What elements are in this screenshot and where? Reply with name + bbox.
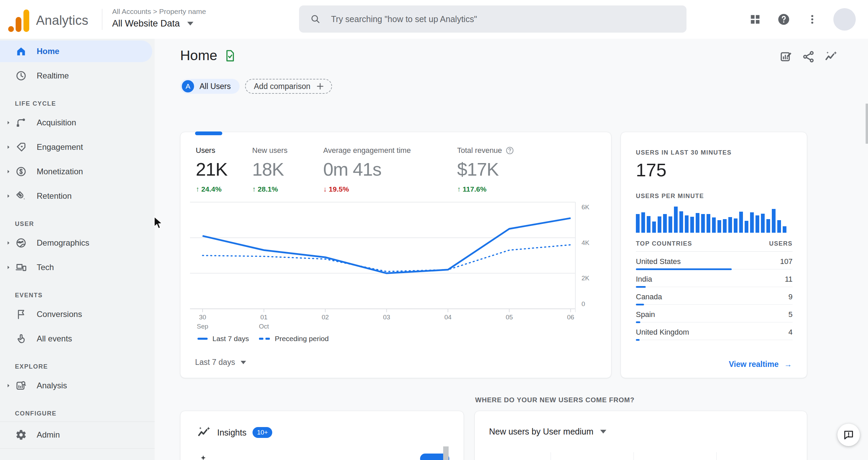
plus-icon <box>315 81 325 91</box>
metric-delta: ↑ 28.1% <box>252 185 323 193</box>
chevron-down-icon <box>187 22 193 25</box>
country-name: United States <box>636 257 681 266</box>
metric-label: New users <box>252 145 288 156</box>
analytics-logo[interactable]: Analytics <box>8 9 88 32</box>
sidebar-item-demographics[interactable]: Demographics <box>0 232 155 254</box>
add-comparison-button[interactable]: Add comparison <box>245 79 332 94</box>
new-users-dimension-selector[interactable]: New users by User medium <box>489 427 606 437</box>
expand-arrow-icon[interactable] <box>5 119 12 126</box>
minute-bar <box>658 216 661 233</box>
sidebar-item-label: Retention <box>37 191 72 201</box>
minute-bar <box>723 219 727 233</box>
sidebar-item-acquisition[interactable]: Acquisition <box>0 112 155 134</box>
chart-legend: Last 7 daysPreceding period <box>197 335 329 343</box>
minute-bar <box>728 217 732 233</box>
chevron-down-icon <box>600 430 606 434</box>
svg-text:Sep: Sep <box>197 323 208 330</box>
metric-new-users[interactable]: New users18K↑ 28.1% <box>252 145 323 193</box>
breadcrumb-property[interactable]: Property name <box>159 7 206 15</box>
breadcrumb[interactable]: All Accounts > Property name <box>112 7 206 16</box>
sidebar-item-realtime[interactable]: Realtime <box>0 65 155 87</box>
property-selector-label: All Website Data <box>112 18 180 29</box>
help-circle-icon[interactable] <box>505 146 514 155</box>
sidebar-section: LIFE CYCLEAcquisitionEngagementMonetizat… <box>0 100 155 207</box>
minute-bar <box>712 217 716 233</box>
minute-bar <box>783 226 786 233</box>
svg-text:30: 30 <box>199 314 206 321</box>
apps-grid-icon[interactable] <box>748 12 763 27</box>
kebab-menu-icon[interactable] <box>805 12 820 27</box>
sidebar-item-admin[interactable]: Admin <box>0 424 155 446</box>
sidebar-item-label: Acquisition <box>37 118 76 127</box>
insights-card: Insights 10+ <box>180 411 464 460</box>
insights-scrollbar[interactable] <box>443 446 449 460</box>
minute-bar <box>674 207 678 233</box>
minute-bar <box>761 214 765 233</box>
all-users-chip[interactable]: A All Users <box>180 79 240 94</box>
search-input[interactable] <box>330 14 678 24</box>
share-icon[interactable] <box>801 50 816 64</box>
page-scrollbar[interactable] <box>866 104 868 144</box>
metric-label: Users <box>196 145 215 156</box>
metric-value: $17K <box>457 159 559 180</box>
country-users-value: 4 <box>788 328 793 337</box>
sparkle-icon <box>198 455 208 460</box>
expand-arrow-icon[interactable] <box>5 193 12 199</box>
minute-bar <box>685 215 689 233</box>
breadcrumb-accounts[interactable]: All Accounts <box>112 7 151 15</box>
sidebar-item-label: All events <box>37 334 72 343</box>
minute-bar <box>669 216 672 233</box>
avatar[interactable] <box>833 8 856 31</box>
active-tab-indicator <box>195 131 222 135</box>
customize-report-icon[interactable] <box>779 50 793 64</box>
country-name: United Kingdom <box>636 328 689 337</box>
expand-arrow-icon[interactable] <box>5 382 12 389</box>
sidebar-item-conversions[interactable]: Conversions <box>0 303 155 325</box>
insights-sparkline-icon <box>197 425 211 440</box>
sidebar-item-retention[interactable]: Retention <box>0 185 155 207</box>
sidebar-item-engagement[interactable]: Engagement <box>0 136 155 158</box>
country-name: India <box>636 275 652 284</box>
sidebar-item-tech[interactable]: Tech <box>0 256 155 278</box>
feedback-button[interactable] <box>837 424 860 446</box>
sidebar-item-label: Home <box>37 47 59 56</box>
country-row: United Kingdom4 <box>636 322 793 340</box>
property-selector[interactable]: All Website Data <box>112 18 193 29</box>
country-name: Canada <box>636 293 662 301</box>
analysis-icon <box>15 379 27 392</box>
gear-icon <box>15 429 27 441</box>
metric-total-revenue[interactable]: Total revenue$17K↑ 117.6% <box>457 145 559 193</box>
sidebar-item-all-events[interactable]: All events <box>0 328 155 350</box>
minute-bar <box>641 212 645 233</box>
insights-icon[interactable] <box>824 50 838 64</box>
date-range-selector[interactable]: Last 7 days <box>195 358 246 367</box>
users-per-minute-chart <box>636 206 793 233</box>
sidebar-item-home[interactable]: Home <box>0 40 152 62</box>
svg-text:01: 01 <box>260 314 267 321</box>
minute-bar <box>756 215 759 233</box>
expand-arrow-icon[interactable] <box>5 144 12 151</box>
sidebar-item-monetization[interactable]: Monetization <box>0 161 155 182</box>
top-countries-col-label: TOP COUNTRIES <box>636 240 692 247</box>
help-icon[interactable] <box>776 12 791 27</box>
users-per-minute-label: USERS PER MINUTE <box>636 193 704 200</box>
expand-arrow-icon[interactable] <box>5 240 12 246</box>
expand-arrow-icon[interactable] <box>5 264 12 271</box>
svg-text:Oct: Oct <box>259 323 269 330</box>
metric-average-engagement-time[interactable]: Average engagement time0m 41s↓ 19.5% <box>323 145 457 193</box>
view-realtime-label: View realtime <box>729 360 779 369</box>
minute-bar <box>663 214 667 233</box>
country-users-value: 5 <box>788 310 793 319</box>
view-realtime-link[interactable]: View realtime → <box>729 360 792 369</box>
global-search[interactable] <box>299 5 687 33</box>
metric-users[interactable]: Users21K↑ 24.4% <box>196 145 252 193</box>
insights-title: Insights <box>217 428 246 438</box>
metric-value: 0m 41s <box>323 159 457 180</box>
sidebar-item-analysis[interactable]: Analysis <box>0 375 155 396</box>
arrow-right-icon: → <box>784 360 792 369</box>
analytics-logo-text: Analytics <box>36 13 88 28</box>
legend-solid-mark <box>197 338 208 340</box>
realtime-card: USERS IN LAST 30 MINUTES 175 USERS PER M… <box>621 132 807 378</box>
metrics-row: Users21K↑ 24.4%New users18K↑ 28.1%Averag… <box>196 145 559 193</box>
expand-arrow-icon[interactable] <box>5 168 12 175</box>
